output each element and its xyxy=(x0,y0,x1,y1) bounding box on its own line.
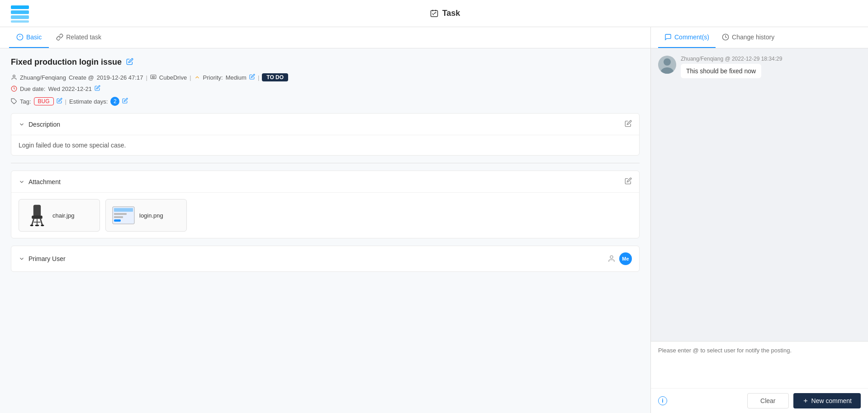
svg-point-15 xyxy=(13,75,15,77)
tag-row: Tag: BUG | Estimate days: 2 xyxy=(11,97,640,106)
app-logo[interactable] xyxy=(9,3,31,24)
svg-rect-33 xyxy=(114,219,121,222)
priority-value: Medium xyxy=(226,74,247,81)
user-icon xyxy=(11,74,17,81)
description-body: Login failed due to some special case. xyxy=(11,135,639,155)
svg-rect-3 xyxy=(11,20,29,23)
header-title: Task xyxy=(430,9,460,18)
due-label: Due date: xyxy=(20,85,45,92)
description-header[interactable]: Description xyxy=(11,114,639,135)
attachment-item-chair[interactable]: chair.jpg xyxy=(19,199,100,232)
attachment-thumb-chair xyxy=(25,204,48,227)
due-value: Wed 2022-12-21 xyxy=(48,85,92,92)
left-tabs: Basic Related task xyxy=(0,27,650,48)
comment-timestamp: @ 2022-12-29 18:34:29 xyxy=(725,56,782,62)
svg-rect-30 xyxy=(114,208,133,212)
svg-point-25 xyxy=(41,224,44,226)
comments-area: Zhuang/Fenqiang @ 2022-12-29 18:34:29 Th… xyxy=(651,48,868,341)
svg-rect-16 xyxy=(151,75,156,79)
attachment-chevron-icon xyxy=(19,179,25,185)
comment-item: Zhuang/Fenqiang @ 2022-12-29 18:34:29 Th… xyxy=(658,56,861,78)
svg-rect-1 xyxy=(11,10,29,14)
svg-line-23 xyxy=(40,219,43,226)
svg-point-24 xyxy=(30,224,33,226)
task-title: Fixed production login issue xyxy=(11,57,122,67)
task-content: Fixed production login issue Zhuang/Fenq… xyxy=(0,48,650,288)
primary-user-title: Primary User xyxy=(28,255,66,262)
svg-rect-31 xyxy=(114,213,127,215)
attachment-title: Attachment xyxy=(28,178,61,185)
main-container: Basic Related task Fixed production logi… xyxy=(0,27,868,413)
attachment-section: Attachment xyxy=(11,171,640,238)
comment-input[interactable] xyxy=(651,342,868,387)
task-title-edit-icon[interactable] xyxy=(126,58,133,66)
attachment-item-login[interactable]: login.png xyxy=(105,199,187,232)
tab-comments[interactable]: Comment(s) xyxy=(658,27,716,48)
task-title-row: Fixed production login issue xyxy=(11,57,640,67)
priority-icon xyxy=(194,74,200,81)
created-at: 2019-12-26 47:17 xyxy=(97,74,143,81)
add-user-icon[interactable] xyxy=(607,255,616,263)
plus-icon xyxy=(802,398,809,404)
tab-basic[interactable]: Basic xyxy=(9,27,49,48)
svg-rect-0 xyxy=(11,5,29,9)
attachments-grid: chair.jpg xyxy=(19,199,632,232)
left-panel: Basic Related task Fixed production logi… xyxy=(0,27,651,413)
comment-input-area: i Clear New comment xyxy=(651,341,868,413)
description-edit-icon[interactable] xyxy=(625,120,632,128)
svg-rect-2 xyxy=(11,15,29,19)
attachment-name-login: login.png xyxy=(139,212,163,219)
clear-button[interactable]: Clear xyxy=(747,393,788,408)
comment-body: Zhuang/Fenqiang @ 2022-12-29 18:34:29 Th… xyxy=(681,56,861,78)
avatar-me: Me xyxy=(619,252,632,265)
created-by: Zhuang/Fenqiang xyxy=(20,74,66,81)
comment-footer: i Clear New comment xyxy=(651,388,868,413)
chevron-down-icon xyxy=(19,121,25,128)
estimate-label: Estimate days: xyxy=(69,98,108,105)
due-date-icon xyxy=(11,85,17,92)
right-panel: Comment(s) Change history xyxy=(651,27,868,413)
due-edit-icon[interactable] xyxy=(95,85,100,92)
svg-rect-20 xyxy=(33,205,40,216)
tag-icon xyxy=(11,98,17,104)
info-icon[interactable]: i xyxy=(658,396,667,405)
description-text: Login failed due to some special case. xyxy=(19,142,632,149)
svg-rect-17 xyxy=(152,76,154,78)
description-section: Description Login failed due to some spe… xyxy=(11,113,640,156)
comment-text: This should be fixed now xyxy=(681,64,761,78)
tab-change-history[interactable]: Change history xyxy=(716,27,781,48)
project-icon xyxy=(150,74,157,81)
svg-line-7 xyxy=(432,14,433,15)
estimate-edit-icon[interactable] xyxy=(122,98,128,105)
primary-user-chevron-icon xyxy=(19,256,25,262)
comment-meta: Zhuang/Fenqiang @ 2022-12-29 18:34:29 xyxy=(681,56,861,62)
tag-edit-icon[interactable] xyxy=(57,98,62,105)
due-date-row: Due date: Wed 2022-12-21 xyxy=(11,85,640,92)
tab-related-task[interactable]: Related task xyxy=(49,27,109,48)
attachment-header[interactable]: Attachment xyxy=(11,171,639,192)
status-badge[interactable]: TO DO xyxy=(262,73,288,81)
right-tabs: Comment(s) Change history xyxy=(651,27,868,48)
comment-author: Zhuang/Fenqiang xyxy=(681,56,723,62)
tag-value[interactable]: BUG xyxy=(34,97,54,105)
svg-line-8 xyxy=(434,12,436,14)
svg-rect-32 xyxy=(114,216,123,218)
svg-point-34 xyxy=(610,256,613,258)
primary-user-section: Primary User Me xyxy=(11,246,640,272)
app-header: Task xyxy=(0,0,868,27)
new-comment-button[interactable]: New comment xyxy=(793,393,861,408)
svg-rect-21 xyxy=(32,215,43,218)
commenter-avatar xyxy=(658,56,676,74)
attachment-name-chair: chair.jpg xyxy=(52,212,74,219)
project-name: CubeDrive xyxy=(159,74,187,81)
svg-line-22 xyxy=(32,219,34,226)
task-meta-row: Zhuang/Fenqiang Create @ 2019-12-26 47:1… xyxy=(11,73,640,81)
svg-point-37 xyxy=(664,58,671,66)
primary-user-header[interactable]: Primary User Me xyxy=(11,246,639,271)
attachment-edit-icon[interactable] xyxy=(625,177,632,186)
description-title: Description xyxy=(28,121,60,128)
priority-edit-icon[interactable] xyxy=(249,74,255,81)
tag-label: Tag: xyxy=(20,98,31,105)
estimate-value: 2 xyxy=(110,97,119,106)
attachment-body: chair.jpg xyxy=(11,192,639,238)
